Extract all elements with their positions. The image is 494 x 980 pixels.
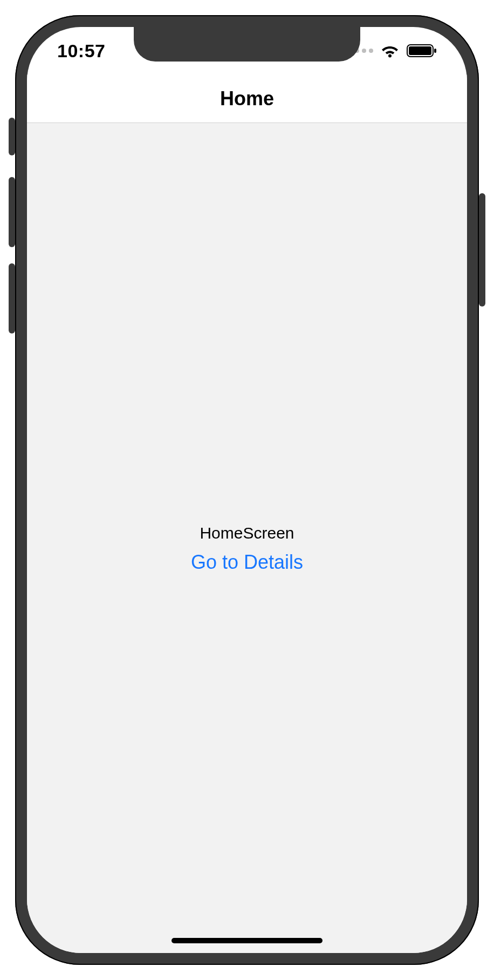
device-screen: 10:57 bbox=[27, 27, 467, 953]
page-title: Home bbox=[220, 87, 274, 110]
screen-label: HomeScreen bbox=[200, 524, 294, 542]
go-to-details-button[interactable]: Go to Details bbox=[191, 551, 303, 574]
volume-up-button bbox=[9, 177, 15, 247]
device-notch bbox=[134, 27, 360, 62]
svg-rect-3 bbox=[434, 49, 436, 53]
device-frame: 10:57 bbox=[15, 15, 479, 965]
battery-icon bbox=[407, 44, 437, 58]
status-time: 10:57 bbox=[57, 40, 105, 62]
svg-rect-2 bbox=[409, 46, 431, 55]
mute-switch bbox=[9, 118, 15, 155]
status-right-cluster bbox=[348, 44, 437, 58]
home-indicator[interactable] bbox=[171, 938, 323, 943]
power-button bbox=[479, 193, 485, 307]
svg-point-0 bbox=[388, 55, 392, 58]
wifi-icon bbox=[381, 44, 399, 58]
content-area: HomeScreen Go to Details bbox=[27, 123, 467, 953]
volume-down-button bbox=[9, 263, 15, 334]
navigation-bar: Home bbox=[27, 74, 467, 123]
